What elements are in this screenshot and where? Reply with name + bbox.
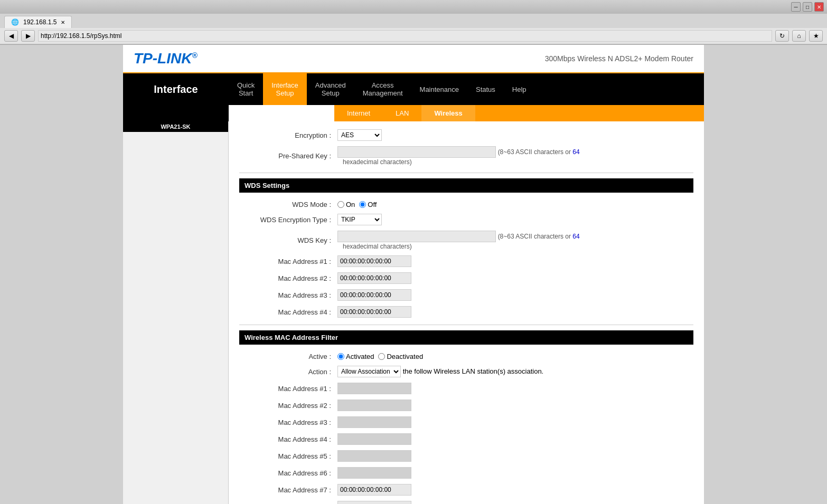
psk-label: Pre-Shared Key : bbox=[239, 144, 334, 168]
psk-input[interactable] bbox=[337, 146, 496, 158]
psk-value: (8~63 ASCII characters or 64 hexadecimal… bbox=[334, 144, 693, 168]
minimize-button[interactable]: ─ bbox=[791, 2, 801, 12]
back-button[interactable]: ◀ bbox=[4, 30, 18, 42]
nav-tabs: QuickStart InterfaceSetup AdvancedSetup … bbox=[229, 73, 704, 105]
main-nav: Interface QuickStart InterfaceSetup Adva… bbox=[123, 73, 704, 105]
wds-mac2-input[interactable] bbox=[337, 272, 411, 284]
sub-nav: Internet LAN Wireless bbox=[334, 105, 704, 121]
filter-mac2-label: Mac Address #2 : bbox=[239, 397, 334, 414]
filter-mac1-label: Mac Address #1 : bbox=[239, 380, 334, 397]
sidebar-section-label: WPA21-SK bbox=[123, 121, 228, 132]
encryption-select[interactable]: AES TKIP TKIP+AES bbox=[337, 129, 382, 141]
filter-mac6-input[interactable] bbox=[337, 467, 411, 479]
wds-enc-select[interactable]: TKIP AES TKIP+AES bbox=[337, 214, 382, 225]
wds-mac3-label: Mac Address #3 : bbox=[239, 287, 334, 303]
action-value: Allow Association Deny Association the f… bbox=[334, 363, 693, 380]
filter-mac8-label: Mac Address #8 : bbox=[239, 498, 334, 504]
wds-mac1-label: Mac Address #1 : bbox=[239, 253, 334, 270]
deactivated-text: Deactivated bbox=[387, 353, 423, 360]
active-value: Activated Deactivated bbox=[334, 350, 693, 363]
activated-text: Activated bbox=[346, 353, 374, 360]
encryption-value: AES TKIP TKIP+AES bbox=[334, 127, 693, 144]
wds-key-label: WDS Key : bbox=[239, 228, 334, 253]
action-select[interactable]: Allow Association Deny Association bbox=[337, 366, 401, 377]
wds-key-value: (8~63 ASCII characters or 64 hexadecimal… bbox=[334, 228, 693, 253]
tab-favicon: 🌐 bbox=[11, 18, 19, 26]
filter-mac1-input[interactable] bbox=[337, 383, 411, 394]
tab-close-icon[interactable]: ✕ bbox=[61, 20, 65, 25]
page-header: TP-LINK® 300Mbps Wireless N ADSL2+ Modem… bbox=[123, 45, 704, 73]
mac-filter-table: Active : Activated Deactivated bbox=[239, 350, 693, 504]
wds-mode-off-label[interactable]: Off bbox=[359, 201, 377, 208]
filter-mac5-label: Mac Address #5 : bbox=[239, 448, 334, 464]
encryption-label: Encryption : bbox=[239, 127, 334, 144]
router-model: 300Mbps Wireless N ADSL2+ Modem Router bbox=[545, 54, 693, 63]
tab-access-management[interactable]: AccessManagement bbox=[354, 73, 411, 105]
wds-mode-off-radio[interactable] bbox=[359, 201, 366, 208]
mac-filter-header: Wireless MAC Address Filter bbox=[239, 330, 693, 345]
active-label: Active : bbox=[239, 350, 334, 363]
tab-quick-start[interactable]: QuickStart bbox=[229, 73, 263, 105]
filter-mac5-input[interactable] bbox=[337, 450, 411, 462]
close-button[interactable]: ✕ bbox=[814, 2, 824, 12]
filter-mac4-input[interactable] bbox=[337, 433, 411, 445]
filter-mac3-input[interactable] bbox=[337, 416, 411, 428]
action-suffix: the follow Wireless LAN station(s) assoc… bbox=[403, 367, 544, 375]
wds-mode-off-text: Off bbox=[368, 201, 377, 208]
address-input[interactable] bbox=[38, 30, 772, 42]
main-content: Encryption : AES TKIP TKIP+AES Pre-Share… bbox=[229, 121, 704, 504]
wds-mode-label: WDS Mode : bbox=[239, 198, 334, 211]
sub-nav-row: Internet LAN Wireless bbox=[123, 105, 704, 121]
content-area: WPA21-SK Encryption : AES TKIP TKIP+AES bbox=[123, 121, 704, 504]
encryption-table: Encryption : AES TKIP TKIP+AES Pre-Share… bbox=[239, 127, 693, 168]
tab-interface-setup[interactable]: InterfaceSetup bbox=[263, 73, 307, 105]
refresh-button[interactable]: ↻ bbox=[775, 30, 789, 42]
sub-tab-wireless[interactable]: Wireless bbox=[421, 105, 475, 121]
home-button[interactable]: ⌂ bbox=[792, 30, 806, 42]
wds-mode-on-label[interactable]: On bbox=[337, 201, 355, 208]
wds-mac2-label: Mac Address #2 : bbox=[239, 270, 334, 287]
wds-mode-value: On Off bbox=[334, 198, 693, 211]
wds-enc-value: TKIP AES TKIP+AES bbox=[334, 211, 693, 228]
filter-mac7-label: Mac Address #7 : bbox=[239, 481, 334, 498]
wds-mac3-input[interactable] bbox=[337, 289, 411, 301]
wds-mode-on-text: On bbox=[346, 201, 355, 208]
deactivated-label[interactable]: Deactivated bbox=[378, 353, 423, 360]
wds-mac1-input[interactable] bbox=[337, 255, 411, 267]
forward-button[interactable]: ▶ bbox=[21, 30, 35, 42]
wds-enc-label: WDS Encryption Type : bbox=[239, 211, 334, 228]
sub-tab-lan[interactable]: LAN bbox=[383, 105, 421, 121]
tab-maintenance[interactable]: Maintenance bbox=[411, 73, 467, 105]
tab-title: 192.168.1.5 bbox=[23, 18, 57, 26]
filter-mac7-input[interactable] bbox=[337, 484, 411, 496]
tab-advanced-setup[interactable]: AdvancedSetup bbox=[307, 73, 354, 105]
tp-link-logo: TP-LINK® bbox=[134, 50, 198, 67]
wds-table: WDS Mode : On Off bbox=[239, 198, 693, 320]
filter-mac4-label: Mac Address #4 : bbox=[239, 431, 334, 448]
wds-settings-header: WDS Settings bbox=[239, 178, 693, 193]
action-label: Action : bbox=[239, 363, 334, 380]
browser-tab[interactable]: 🌐 192.168.1.5 ✕ bbox=[4, 16, 72, 28]
favorites-button[interactable]: ★ bbox=[809, 30, 823, 42]
sidebar-nav-label: Interface bbox=[123, 73, 229, 105]
wds-mode-on-radio[interactable] bbox=[337, 201, 344, 208]
wds-mac4-label: Mac Address #4 : bbox=[239, 303, 334, 320]
activated-radio[interactable] bbox=[337, 353, 344, 360]
sub-tab-internet[interactable]: Internet bbox=[334, 105, 383, 121]
sidebar: WPA21-SK bbox=[123, 121, 229, 504]
filter-mac6-label: Mac Address #6 : bbox=[239, 464, 334, 481]
filter-mac8-input[interactable] bbox=[337, 501, 411, 504]
maximize-button[interactable]: □ bbox=[803, 2, 812, 12]
tab-status[interactable]: Status bbox=[467, 73, 504, 105]
tab-help[interactable]: Help bbox=[504, 73, 535, 105]
wds-key-input[interactable] bbox=[337, 231, 496, 242]
wds-mac4-input[interactable] bbox=[337, 306, 411, 318]
deactivated-radio[interactable] bbox=[378, 353, 385, 360]
filter-mac3-label: Mac Address #3 : bbox=[239, 414, 334, 431]
filter-mac2-input[interactable] bbox=[337, 400, 411, 411]
activated-label[interactable]: Activated bbox=[337, 353, 374, 360]
